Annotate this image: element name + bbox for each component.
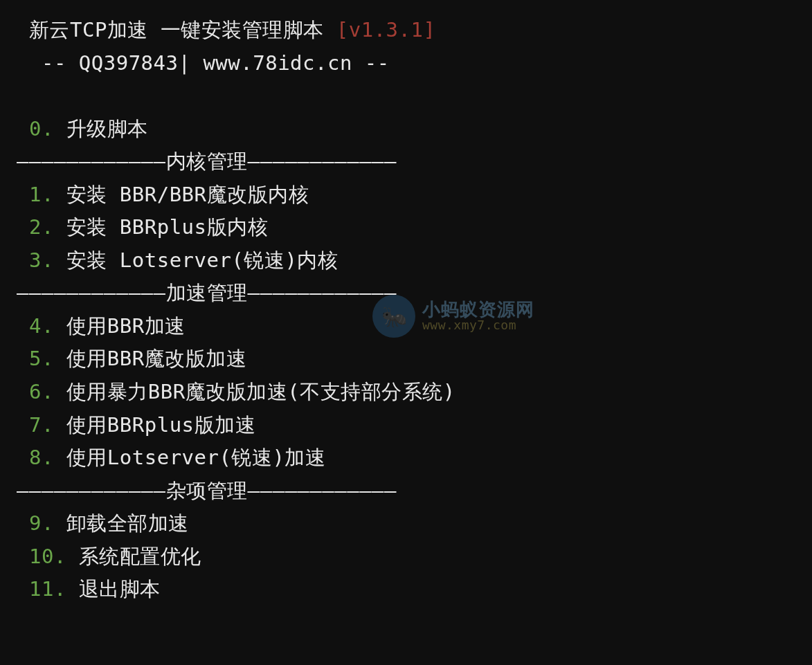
- script-title: 新云TCP加速 一键安装管理脚本: [17, 18, 336, 42]
- menu-item-9-text: 卸载全部加速: [54, 511, 189, 535]
- misc-separator: ————————————杂项管理————————————: [17, 479, 397, 502]
- menu-item-5-text: 使用BBR魔改版加速: [54, 347, 246, 370]
- menu-item-1-number: 1.: [17, 183, 54, 206]
- menu-item-10-number: 10.: [17, 545, 66, 568]
- menu-item-8-number: 8.: [17, 446, 54, 469]
- menu-item-2-number: 2.: [17, 215, 54, 239]
- menu-item-0-text: 升级脚本: [54, 117, 148, 140]
- author-line: -- QQ397843| www.78idc.cn --: [17, 51, 390, 75]
- menu-item-7-text: 使用BBRplus版加速: [54, 413, 255, 437]
- menu-item-9-number: 9.: [17, 511, 54, 535]
- menu-item-10-text: 系统配置优化: [66, 545, 201, 568]
- menu-item-11-number: 11.: [17, 577, 66, 601]
- menu-item-8-text: 使用Lotserver(锐速)加速: [54, 446, 326, 469]
- menu-item-5-number: 5.: [17, 347, 54, 370]
- menu-item-4-text: 使用BBR加速: [54, 314, 186, 338]
- version-tag: [v1.3.1]: [336, 18, 436, 42]
- menu-item-6-number: 6.: [17, 380, 54, 403]
- menu-item-7-number: 7.: [17, 413, 54, 437]
- menu-item-4-number: 4.: [17, 314, 54, 338]
- terminal-output: 新云TCP加速 一键安装管理脚本 [v1.3.1] -- QQ397843| w…: [0, 0, 812, 620]
- menu-item-1-text: 安装 BBR/BBR魔改版内核: [54, 183, 309, 206]
- menu-item-6-text: 使用暴力BBR魔改版加速(不支持部分系统): [54, 380, 455, 403]
- menu-item-11-text: 退出脚本: [66, 577, 161, 601]
- accel-separator: ————————————加速管理————————————: [17, 281, 397, 304]
- kernel-separator: ————————————内核管理————————————: [17, 149, 397, 173]
- menu-item-3-number: 3.: [17, 248, 54, 272]
- menu-item-2-text: 安装 BBRplus版内核: [54, 215, 268, 239]
- menu-item-0-number: 0.: [17, 117, 54, 140]
- menu-item-3-text: 安装 Lotserver(锐速)内核: [54, 248, 338, 272]
